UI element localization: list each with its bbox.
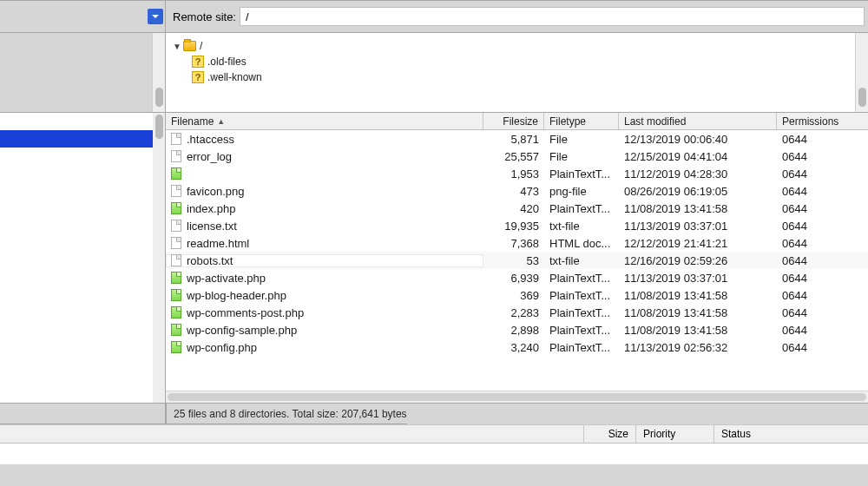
filesize: 369 [483, 289, 544, 302]
tree-item[interactable]: ? .old-files [192, 54, 855, 69]
permissions: 0644 [777, 254, 868, 267]
filetype: PlainTextT... [544, 341, 619, 354]
permissions: 0644 [777, 237, 868, 250]
chevron-down-icon [151, 12, 160, 21]
tree-item-label: .well-known [207, 71, 262, 83]
filename: favicon.png [187, 185, 245, 198]
file-icon [171, 324, 181, 336]
col-last-modified[interactable]: Last modified [619, 113, 777, 129]
filename: readme.html [187, 237, 249, 250]
table-row[interactable]: wp-blog-header.php369PlainTextT...11/08/… [166, 286, 868, 304]
selected-local-row[interactable] [0, 130, 153, 148]
table-row[interactable]: error_log25,557File12/15/2019 04:41:0406… [166, 148, 868, 165]
table-row[interactable]: favicon.png473png-file08/26/2019 06:19:0… [166, 182, 868, 200]
scrollbar[interactable] [152, 33, 165, 112]
local-list-pane[interactable] [0, 113, 153, 404]
scrollbar[interactable] [153, 113, 166, 404]
filesize: 3,240 [483, 341, 544, 354]
remote-statusbar: 25 files and 8 directories. Total size: … [166, 404, 407, 424]
last-modified: 12/12/2019 21:41:21 [619, 237, 777, 250]
last-modified: 11/12/2019 04:28:30 [619, 167, 777, 181]
table-row[interactable]: robots.txt53txt-file12/16/2019 02:59:260… [166, 252, 868, 269]
col-filesize[interactable]: Filesize [483, 113, 544, 129]
filename: wp-comments-post.php [187, 306, 304, 319]
permissions: 0644 [777, 306, 868, 319]
remote-tree-pane[interactable]: ▼ / ? .old-files ? .well-known [166, 33, 868, 113]
tree-root[interactable]: ▼ / [173, 38, 855, 54]
last-modified: 12/15/2019 04:41:04 [619, 150, 777, 163]
table-row[interactable]: readme.html7,368HTML doc...12/12/2019 21… [166, 234, 868, 252]
filetype: PlainTextT... [544, 272, 619, 285]
filename: license.txt [187, 220, 237, 233]
last-modified: 11/08/2019 13:41:58 [619, 306, 777, 319]
local-site-dropdown[interactable] [148, 9, 163, 24]
file-icon [171, 289, 181, 301]
last-modified: 12/16/2019 02:59:26 [619, 254, 777, 267]
file-icon [171, 202, 181, 214]
filesize: 420 [483, 202, 544, 215]
col-filename[interactable]: Filename▲ [166, 113, 483, 129]
permissions: 0644 [777, 133, 868, 146]
file-icon [171, 150, 181, 162]
filename: wp-config-sample.php [187, 324, 297, 337]
sort-asc-icon: ▲ [217, 117, 225, 126]
table-row[interactable]: wp-config.php3,240PlainTextT...11/13/201… [166, 338, 868, 356]
queue-col-size[interactable]: Size [583, 425, 635, 443]
disclosure-triangle-icon[interactable]: ▼ [173, 42, 181, 51]
last-modified: 08/26/2019 06:19:05 [619, 185, 777, 198]
remote-path-input[interactable] [240, 7, 865, 26]
permissions: 0644 [777, 150, 868, 163]
file-icon [171, 220, 181, 232]
filesize: 7,368 [483, 237, 544, 250]
last-modified: 11/08/2019 13:41:58 [619, 289, 777, 302]
permissions: 0644 [777, 341, 868, 354]
status-text: 25 files and 8 directories. Total size: … [174, 408, 407, 420]
filetype: File [544, 133, 619, 146]
file-icon [171, 237, 181, 249]
unknown-folder-icon: ? [192, 56, 204, 68]
remote-list-pane: Filename▲ Filesize Filetype Last modifie… [166, 113, 868, 404]
filesize: 19,935 [483, 220, 544, 233]
table-row[interactable]: index.php420PlainTextT...11/08/2019 13:4… [166, 200, 868, 217]
filetype: txt-file [544, 220, 619, 233]
filetype: File [544, 150, 619, 163]
col-permissions[interactable]: Permissions [777, 113, 868, 129]
filename: index.php [187, 202, 235, 215]
table-row[interactable]: wp-config-sample.php2,898PlainTextT...11… [166, 321, 868, 338]
permissions: 0644 [777, 272, 868, 285]
table-row[interactable]: 1,953PlainTextT...11/12/2019 04:28:30064… [166, 165, 868, 182]
filetype: PlainTextT... [544, 289, 619, 302]
filename: wp-blog-header.php [187, 289, 286, 302]
file-icon [171, 185, 181, 197]
last-modified: 11/13/2019 02:56:32 [619, 341, 777, 354]
tree-item[interactable]: ? .well-known [192, 69, 855, 85]
table-row[interactable]: .htaccess5,871File12/13/2019 00:06:40064… [166, 130, 868, 148]
file-icon [171, 254, 181, 266]
filesize: 53 [483, 254, 544, 267]
table-row[interactable]: wp-comments-post.php2,283PlainTextT...11… [166, 304, 868, 321]
last-modified: 11/08/2019 13:41:58 [619, 202, 777, 215]
folder-icon [183, 41, 196, 51]
tree-root-label: / [200, 40, 202, 52]
filetype: PlainTextT... [544, 306, 619, 319]
col-filetype[interactable]: Filetype [544, 113, 619, 129]
remote-site-label: Remote site: [173, 10, 236, 23]
filesize: 25,557 [483, 150, 544, 163]
filename: robots.txt [187, 254, 233, 267]
queue-col-status[interactable]: Status [713, 425, 868, 443]
queue-col-priority[interactable]: Priority [635, 425, 713, 443]
table-row[interactable]: license.txt19,935txt-file11/13/2019 03:3… [166, 217, 868, 234]
transfer-queue: Size Priority Status [0, 424, 868, 464]
permissions: 0644 [777, 185, 868, 198]
filename: wp-config.php [187, 341, 257, 354]
local-site-bar [0, 0, 166, 33]
table-row[interactable]: wp-activate.php6,939PlainTextT...11/13/2… [166, 269, 868, 286]
filesize: 6,939 [483, 272, 544, 285]
last-modified: 12/13/2019 00:06:40 [619, 133, 777, 146]
scrollbar[interactable] [855, 33, 868, 112]
filesize: 2,898 [483, 324, 544, 337]
horizontal-scrollbar[interactable] [166, 391, 868, 403]
filesize: 5,871 [483, 133, 544, 146]
last-modified: 11/13/2019 03:37:01 [619, 272, 777, 285]
queue-body[interactable] [0, 443, 868, 464]
